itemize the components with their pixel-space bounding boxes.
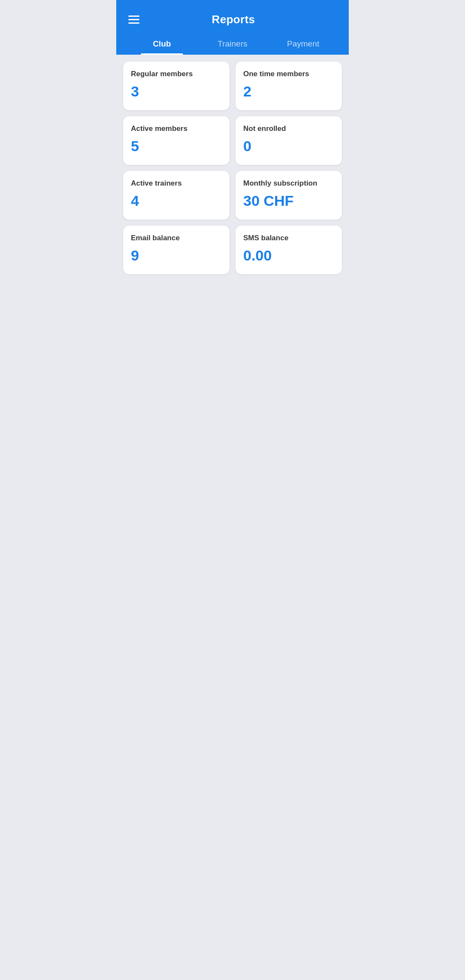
app-header: Reports Club Trainers Payment [116,0,349,55]
card-value-monthly-subscription: 30 CHF [243,192,334,209]
card-value-regular-members: 3 [131,83,222,100]
tab-bar: Club Trainers Payment [127,33,338,55]
header-top: Reports [127,9,338,33]
card-label-regular-members: Regular members [131,69,222,79]
menu-icon[interactable] [127,14,141,25]
tab-club[interactable]: Club [127,33,197,55]
card-label-one-time-members: One time members [243,69,334,79]
card-monthly-subscription: Monthly subscription 30 CHF [236,171,342,220]
card-label-sms-balance: SMS balance [243,233,334,243]
tab-payment[interactable]: Payment [268,33,338,55]
card-sms-balance: SMS balance 0.00 [236,226,342,274]
card-active-members: Active members 5 [123,116,229,165]
card-value-sms-balance: 0.00 [243,247,334,264]
card-email-balance: Email balance 9 [123,226,229,274]
card-not-enrolled: Not enrolled 0 [236,116,342,165]
card-active-trainers: Active trainers 4 [123,171,229,220]
card-one-time-members: One time members 2 [236,62,342,110]
card-value-one-time-members: 2 [243,83,334,100]
tab-trainers[interactable]: Trainers [197,33,268,55]
card-value-active-members: 5 [131,138,222,155]
card-regular-members: Regular members 3 [123,62,229,110]
card-label-email-balance: Email balance [131,233,222,243]
card-label-active-trainers: Active trainers [131,179,222,188]
card-value-not-enrolled: 0 [243,138,334,155]
cards-grid: Regular members 3 One time members 2 Act… [116,55,349,281]
card-label-active-members: Active members [131,124,222,133]
card-label-monthly-subscription: Monthly subscription [243,179,334,188]
page-title: Reports [141,13,326,26]
card-value-active-trainers: 4 [131,192,222,209]
card-value-email-balance: 9 [131,247,222,264]
card-label-not-enrolled: Not enrolled [243,124,334,133]
